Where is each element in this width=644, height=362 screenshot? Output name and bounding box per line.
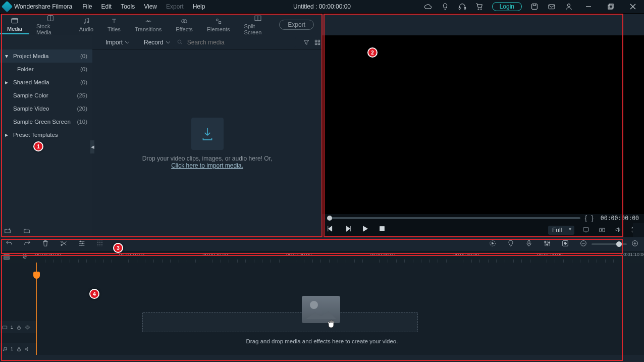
menu-tools[interactable]: Tools bbox=[121, 3, 135, 10]
audio-track-header[interactable]: 1 bbox=[0, 343, 36, 355]
window-close[interactable] bbox=[626, 4, 640, 10]
ruler-tick-label: 00:00:10:00 bbox=[119, 251, 144, 257]
mail-icon[interactable] bbox=[547, 2, 556, 11]
split-icon[interactable] bbox=[60, 239, 68, 249]
zoom-in-icon[interactable] bbox=[631, 239, 639, 249]
collapse-sidebar-icon[interactable]: ◀ bbox=[90, 140, 94, 153]
account-icon[interactable] bbox=[564, 2, 573, 11]
search-media[interactable] bbox=[173, 37, 296, 48]
menu-view[interactable]: View bbox=[144, 3, 157, 10]
import-dropdown[interactable]: Import bbox=[105, 39, 123, 46]
audio-track-icon bbox=[2, 346, 8, 352]
menu-file[interactable]: File bbox=[82, 3, 92, 10]
sidebar-item-preset-templates[interactable]: ▸Preset Templates bbox=[0, 128, 92, 141]
folder-icon[interactable] bbox=[22, 226, 31, 235]
tips-icon[interactable] bbox=[441, 2, 450, 11]
ruler-tick-label: 00:00:50:00 bbox=[454, 251, 479, 257]
login-button[interactable]: Login bbox=[492, 2, 522, 11]
sidebar-item-count: (20) bbox=[77, 106, 87, 112]
keyframe-icon[interactable] bbox=[561, 239, 569, 249]
marker-icon[interactable] bbox=[507, 239, 515, 249]
svg-point-28 bbox=[61, 244, 63, 246]
speaker-icon[interactable] bbox=[25, 346, 30, 352]
cloud-icon[interactable] bbox=[423, 2, 433, 11]
grid-view-icon[interactable] bbox=[313, 38, 322, 47]
cart-icon[interactable] bbox=[475, 2, 484, 11]
preview-viewport[interactable] bbox=[322, 35, 644, 214]
lock-icon[interactable] bbox=[16, 325, 22, 330]
new-folder-icon[interactable] bbox=[3, 226, 12, 235]
video-track-num: 1 bbox=[11, 325, 13, 330]
track-manager-icon[interactable] bbox=[2, 252, 11, 262]
search-icon bbox=[177, 39, 183, 45]
sidebar-item-folder[interactable]: Folder(0) bbox=[0, 63, 92, 76]
svg-point-11 bbox=[84, 22, 85, 24]
record-dropdown[interactable]: Record bbox=[144, 39, 164, 46]
tab-elements[interactable]: Elements bbox=[200, 16, 237, 34]
render-icon[interactable] bbox=[489, 239, 497, 249]
eye-icon[interactable] bbox=[25, 325, 30, 330]
tab-transitions[interactable]: Transitions bbox=[128, 16, 169, 34]
zoom-slider[interactable] bbox=[592, 243, 627, 245]
export-button[interactable]: Export bbox=[279, 20, 314, 30]
zoom-out-icon[interactable] bbox=[579, 239, 587, 249]
window-minimize[interactable] bbox=[581, 4, 596, 10]
search-input[interactable] bbox=[186, 38, 292, 46]
redo-icon[interactable] bbox=[23, 239, 31, 249]
tab-titles[interactable]: Titles bbox=[100, 16, 128, 34]
play-icon[interactable] bbox=[361, 225, 368, 234]
mark-out[interactable]: } bbox=[591, 214, 594, 222]
timeline-toolbar bbox=[0, 237, 644, 251]
sidebar-item-shared-media[interactable]: ▸Shared Media(0) bbox=[0, 76, 92, 89]
svg-rect-22 bbox=[318, 43, 320, 45]
timeline-dropzone[interactable] bbox=[142, 312, 418, 332]
media-drop-area[interactable]: Drop your video clips, images, or audio … bbox=[92, 49, 322, 237]
volume-icon[interactable] bbox=[614, 225, 623, 234]
sidebar-item-label: Project Media bbox=[13, 53, 48, 59]
tab-split-screen[interactable]: Split Screen bbox=[237, 13, 280, 37]
sidebar-item-sample-color[interactable]: Sample Color(25) bbox=[0, 89, 92, 102]
undo-icon[interactable] bbox=[5, 239, 13, 249]
tab-stock-media[interactable]: Stock Media bbox=[29, 13, 72, 37]
tab-effects[interactable]: Effects bbox=[169, 16, 199, 34]
tab-audio[interactable]: Audio bbox=[72, 16, 100, 34]
sidebar-item-count: (0) bbox=[80, 79, 87, 85]
preview-scrub: { } 00:00:00:00 bbox=[322, 214, 644, 222]
timeline-panel[interactable]: 1 1 Drag and drop media and effects here… bbox=[0, 263, 644, 355]
step-fwd-icon[interactable] bbox=[344, 225, 351, 234]
menu-edit[interactable]: Edit bbox=[101, 3, 112, 10]
edit-icon[interactable] bbox=[78, 239, 86, 249]
quality-dropdown[interactable]: Full bbox=[548, 225, 574, 235]
sidebar-item-label: Preset Templates bbox=[13, 132, 58, 138]
menu-help[interactable]: Help bbox=[193, 3, 205, 10]
video-track-header[interactable]: 1 bbox=[0, 321, 36, 333]
svg-rect-9 bbox=[12, 18, 18, 23]
chevron-down-icon[interactable] bbox=[166, 40, 171, 45]
scrub-slider[interactable] bbox=[327, 217, 580, 219]
lock-icon[interactable] bbox=[16, 346, 22, 352]
snapshot-icon[interactable] bbox=[598, 225, 607, 234]
svg-point-43 bbox=[27, 327, 28, 328]
sidebar-item-sample-green[interactable]: Sample Green Screen(10) bbox=[0, 115, 92, 128]
sidebar-item-sample-video[interactable]: Sample Video(20) bbox=[0, 102, 92, 115]
import-icon[interactable] bbox=[191, 118, 224, 150]
window-maximize[interactable] bbox=[604, 4, 618, 10]
import-link[interactable]: Click here to import media. bbox=[171, 162, 243, 169]
magnet-icon[interactable] bbox=[20, 252, 29, 262]
adjust-icon[interactable] bbox=[96, 239, 104, 249]
tab-media[interactable]: Media bbox=[0, 15, 29, 34]
mixer-icon[interactable] bbox=[543, 239, 551, 249]
mark-in[interactable]: { bbox=[584, 214, 587, 222]
stop-icon[interactable] bbox=[379, 225, 386, 234]
save-icon[interactable] bbox=[530, 2, 539, 11]
voiceover-icon[interactable] bbox=[525, 239, 533, 249]
step-back-icon[interactable] bbox=[327, 225, 334, 234]
timeline-ruler[interactable]: 00:00:00:0000:00:10:0000:00:20:0000:00:3… bbox=[0, 251, 644, 263]
sidebar-item-project-media[interactable]: ▾Project Media(0) bbox=[0, 49, 92, 63]
filter-icon[interactable] bbox=[302, 38, 311, 47]
svg-point-13 bbox=[182, 19, 185, 23]
support-icon[interactable] bbox=[458, 2, 467, 11]
delete-icon[interactable] bbox=[41, 239, 49, 249]
chevron-down-icon[interactable] bbox=[125, 40, 130, 45]
display-icon[interactable] bbox=[581, 225, 591, 234]
